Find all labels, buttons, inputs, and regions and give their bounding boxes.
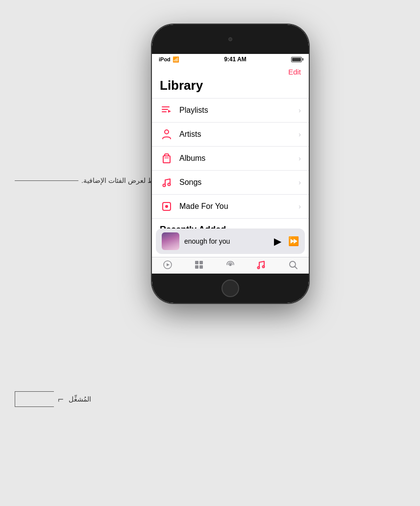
radio-icon (225, 259, 236, 273)
albums-chevron: › (298, 154, 301, 162)
library-icon (256, 259, 267, 273)
home-button[interactable] (222, 279, 239, 297)
svg-rect-11 (195, 261, 198, 264)
playlists-icon (160, 103, 173, 117)
menu-item-playlists[interactable]: Playlists › (152, 98, 309, 123)
recently-added-title: Recently Added (160, 225, 301, 228)
tab-radio[interactable]: Radio (215, 259, 246, 274)
battery-icon (291, 57, 302, 62)
made-for-you-chevron: › (298, 202, 301, 210)
ipod-device: iPod 📶 9:41 AM Edit Library (152, 25, 309, 303)
tab-bar: Listen Now Browse (152, 257, 309, 274)
made-for-you-label: Made For You (179, 202, 298, 211)
screen-content: Edit Library (152, 65, 309, 274)
songs-icon (160, 176, 173, 189)
tab-search[interactable]: Search (277, 259, 309, 274)
songs-chevron: › (298, 178, 301, 186)
device-screen: iPod 📶 9:41 AM Edit Library (152, 25, 309, 303)
artists-label: Artists (179, 130, 298, 139)
svg-rect-14 (199, 265, 203, 269)
mini-player-art (162, 232, 179, 250)
device-model-label: iPod (159, 56, 171, 62)
listen-now-icon (162, 259, 173, 273)
menu-item-made-for-you[interactable]: Made For You › (152, 195, 309, 219)
artists-icon (160, 127, 173, 141)
made-for-you-icon (160, 200, 173, 213)
svg-point-17 (263, 266, 265, 268)
bottom-bezel (152, 274, 309, 303)
svg-point-3 (165, 130, 169, 134)
albums-icon (160, 152, 173, 165)
playlists-chevron: › (298, 106, 301, 114)
svg-point-9 (165, 205, 168, 208)
recently-added-section: Recently Added GIRLS LIKE US (152, 219, 309, 228)
menu-item-songs[interactable]: Songs › (152, 171, 309, 195)
edit-button[interactable]: Edit (288, 68, 301, 76)
svg-rect-4 (163, 156, 170, 163)
tab-listen-now[interactable]: Listen Now (152, 259, 183, 274)
playlists-label: Playlists (179, 106, 298, 115)
mini-player-controls: ▶ ⏩ (274, 235, 299, 247)
svg-point-15 (229, 264, 232, 266)
status-time: 9:41 AM (224, 56, 247, 63)
artists-chevron: › (298, 130, 301, 138)
svg-point-6 (163, 184, 166, 187)
mini-player[interactable]: enough for you ▶ ⏩ (156, 228, 305, 254)
status-bar: iPod 📶 9:41 AM (152, 54, 309, 65)
svg-point-16 (258, 267, 260, 269)
menu-item-albums[interactable]: Albums › (152, 147, 309, 171)
svg-line-19 (295, 267, 297, 269)
top-bar: Edit (152, 65, 309, 77)
mini-forward-button[interactable]: ⏩ (288, 236, 299, 247)
library-title: Library (152, 77, 309, 98)
camera (228, 37, 232, 41)
top-bezel (152, 25, 309, 54)
svg-rect-13 (195, 265, 198, 269)
browse-icon (194, 259, 204, 273)
albums-label: Albums (179, 154, 298, 163)
menu-item-artists[interactable]: Artists › (152, 123, 309, 147)
tab-library[interactable]: Library (246, 259, 277, 274)
mini-player-title: enough for you (184, 237, 269, 245)
songs-label: Songs (179, 178, 298, 187)
svg-rect-12 (199, 261, 203, 264)
wifi-icon: 📶 (173, 56, 179, 63)
tab-browse[interactable]: Browse (183, 259, 215, 274)
svg-point-7 (168, 183, 171, 186)
mini-play-button[interactable]: ▶ (274, 235, 281, 247)
search-icon (288, 259, 298, 273)
annotation-player-text: المُشغِّل (69, 395, 91, 403)
menu-list: Playlists › Artists › (152, 98, 309, 219)
